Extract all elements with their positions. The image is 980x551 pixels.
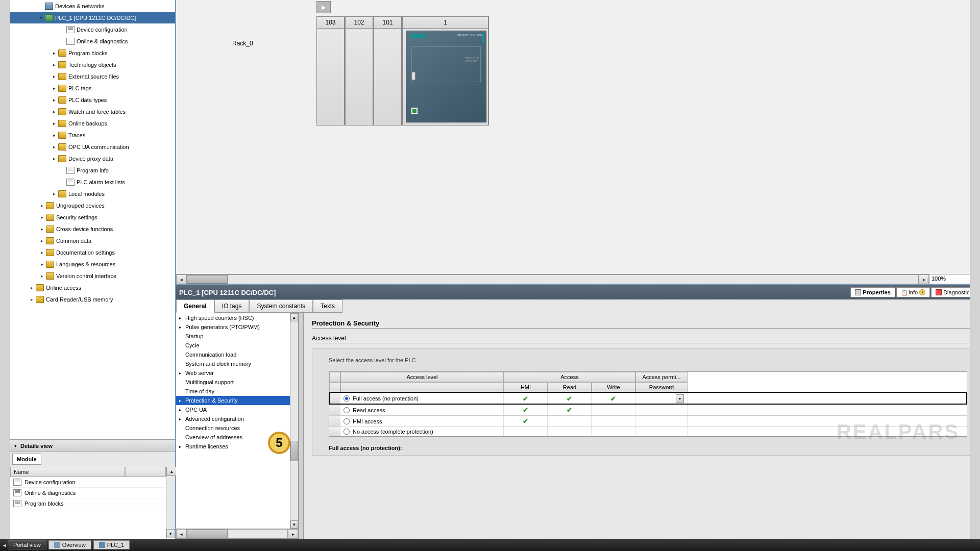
tree-item[interactable]: Devices & networks: [10, 0, 175, 12]
access-level-header[interactable]: Access level: [340, 372, 504, 382]
tree-item[interactable]: PLC alarm text lists: [10, 176, 175, 188]
expand-arrow-icon[interactable]: [59, 167, 65, 173]
column-header-blank[interactable]: [125, 467, 166, 477]
access-level-cell[interactable]: Read access: [340, 405, 504, 415]
row-handle[interactable]: [329, 427, 340, 436]
plc-editor-tab[interactable]: PLC_1: [93, 540, 130, 549]
expand-arrow-icon[interactable]: ▸: [51, 144, 57, 150]
device-horizontal-scrollbar[interactable]: ◂ ▸: [176, 274, 929, 284]
slot-101[interactable]: 101: [374, 16, 402, 126]
tree-item[interactable]: ▸External source files: [10, 70, 175, 82]
prop-nav-item[interactable]: Multilingual support: [176, 378, 290, 387]
scroll-down-button[interactable]: ▾: [290, 520, 298, 529]
info-tab[interactable]: 📋 Info i: [896, 287, 930, 297]
tree-item[interactable]: Program info: [10, 164, 175, 176]
slot-103[interactable]: 103: [316, 16, 345, 126]
tree-item[interactable]: ▸Traces: [10, 129, 175, 141]
access-permi-header[interactable]: Access permi...: [635, 372, 688, 382]
splitter[interactable]: [299, 313, 304, 539]
radio-button[interactable]: [344, 429, 350, 435]
radio-button[interactable]: [344, 418, 350, 424]
expand-arrow-icon[interactable]: ▸: [39, 238, 45, 244]
prop-nav-item[interactable]: ▸Web server: [176, 368, 290, 378]
expand-arrow-icon[interactable]: ▸: [51, 191, 57, 197]
expand-arrow-icon[interactable]: ▸: [179, 398, 184, 403]
expand-arrow-icon[interactable]: ▸: [51, 73, 57, 80]
tree-item[interactable]: ▸Documentation settings: [10, 246, 175, 258]
prop-nav-item[interactable]: ▸OPC UA: [176, 405, 290, 414]
plc-module-graphic[interactable]: SIMATIC S7-1200 CPU 1211CDC/DC/DC: [406, 31, 486, 122]
details-row[interactable]: Device configuration: [10, 477, 175, 488]
expand-arrow-icon[interactable]: ▸: [51, 50, 57, 56]
access-level-row[interactable]: Full access (no protection) ✔ ✔ ✔ ▾: [329, 392, 967, 404]
expand-arrow-icon[interactable]: ▸: [179, 444, 184, 449]
prop-nav-item[interactable]: Startup: [176, 332, 290, 341]
password-cell[interactable]: ▾: [635, 393, 688, 404]
back-arrow-icon[interactable]: ◂: [3, 542, 6, 548]
expand-arrow-icon[interactable]: [59, 38, 65, 44]
password-cell[interactable]: [635, 416, 688, 427]
expand-arrow-icon[interactable]: ▸: [179, 417, 184, 421]
expand-arrow-icon[interactable]: ▸: [29, 296, 35, 303]
details-row[interactable]: Online & diagnostics: [10, 488, 175, 498]
tree-item[interactable]: ▾PLC_1 [CPU 1211C DC/DC/DC]: [10, 12, 175, 23]
tree-item[interactable]: ▸Security settings: [10, 211, 175, 223]
prop-nav-item[interactable]: ▸Pulse generators (PTO/PWM): [176, 322, 290, 332]
details-row[interactable]: Program blocks: [10, 498, 175, 509]
tree-item[interactable]: ▸Technology objects: [10, 59, 175, 70]
prop-nav-item[interactable]: Connection resources: [176, 423, 290, 433]
row-handle[interactable]: [329, 405, 340, 415]
tree-item[interactable]: ▸Common data: [10, 235, 175, 246]
details-view-header[interactable]: ▾ Details view: [10, 440, 175, 452]
expand-arrow-icon[interactable]: ▸: [39, 214, 45, 220]
general-tab[interactable]: General: [176, 299, 214, 313]
tree-item[interactable]: ▸Local modules: [10, 188, 175, 199]
prop-nav-item[interactable]: Cycle: [176, 341, 290, 350]
project-tree[interactable]: Devices & networks▾PLC_1 [CPU 1211C DC/D…: [10, 0, 175, 440]
dropdown-arrow-icon[interactable]: ▾: [676, 394, 684, 403]
password-cell[interactable]: [635, 427, 688, 436]
access-header[interactable]: Access: [504, 372, 635, 382]
rack-expand-arrow[interactable]: ▶: [316, 1, 331, 13]
expand-arrow-icon[interactable]: [59, 179, 65, 185]
expand-arrow-icon[interactable]: ▸: [51, 120, 57, 127]
expand-arrow-icon[interactable]: ▸: [29, 285, 35, 291]
tree-item[interactable]: ▸Watch and force tables: [10, 106, 175, 117]
expand-arrow-icon[interactable]: ▸: [39, 261, 45, 267]
prop-nav-item[interactable]: Communication load: [176, 350, 290, 359]
expand-arrow-icon[interactable]: ▸: [39, 249, 45, 256]
nav-scrollbar[interactable]: ▴ ▾: [290, 313, 298, 529]
scroll-up-button[interactable]: ▴: [166, 467, 177, 476]
tree-item[interactable]: ▸OPC UA communication: [10, 141, 175, 153]
hmi-header[interactable]: HMI: [504, 382, 548, 392]
scroll-right-button[interactable]: ▸: [288, 529, 298, 539]
expand-arrow-icon[interactable]: ▸: [51, 156, 57, 162]
prop-nav-item[interactable]: ▸Advanced configuration: [176, 414, 290, 423]
access-level-cell[interactable]: Full access (no protection): [340, 393, 504, 404]
write-header[interactable]: Write: [592, 382, 635, 392]
expand-arrow-icon[interactable]: ▸: [39, 226, 45, 232]
details-scrollbar[interactable]: ▴ ▾: [166, 467, 175, 538]
radio-button[interactable]: [344, 395, 350, 402]
tree-item[interactable]: ▸Program blocks: [10, 47, 175, 59]
tree-item[interactable]: ▸PLC tags: [10, 82, 175, 94]
expand-arrow-icon[interactable]: ▸: [51, 97, 57, 103]
io-tags-tab[interactable]: IO tags: [214, 299, 250, 313]
prop-nav-item[interactable]: System and clock memory: [176, 359, 290, 368]
scroll-thumb[interactable]: [187, 275, 228, 284]
expand-arrow-icon[interactable]: ▸: [179, 371, 184, 375]
collapse-arrow-icon[interactable]: ▾: [12, 443, 18, 449]
scroll-right-button[interactable]: ▸: [919, 274, 929, 284]
tree-item[interactable]: ▸Cross-device functions: [10, 223, 175, 235]
expand-arrow-icon[interactable]: [38, 3, 44, 9]
access-level-row[interactable]: Read access ✔ ✔: [329, 404, 967, 415]
scroll-down-button[interactable]: ▾: [166, 529, 175, 538]
expand-arrow-icon[interactable]: ▸: [51, 109, 57, 115]
prop-nav-item[interactable]: ▸Protection & Security: [176, 396, 290, 405]
expand-arrow-icon[interactable]: ▾: [38, 15, 44, 21]
tree-item[interactable]: ▸Online backups: [10, 117, 175, 129]
slot-102[interactable]: 102: [345, 16, 374, 126]
properties-tab[interactable]: Properties: [850, 287, 895, 297]
tree-item[interactable]: ▸Card Reader/USB memory: [10, 293, 175, 305]
name-column-header[interactable]: Name: [10, 467, 125, 477]
